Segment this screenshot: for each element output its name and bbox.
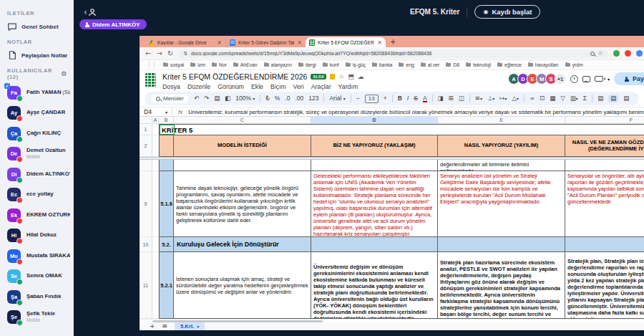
- increase-font-size-button[interactable]: +: [384, 95, 387, 102]
- table-views-icon[interactable]: ▥▾: [570, 95, 578, 102]
- menu-ekle[interactable]: Ekle: [251, 83, 263, 90]
- user-row[interactable]: ŞaŞaban Fındık: [7, 289, 70, 304]
- insert-link-icon[interactable]: ∞: [530, 95, 535, 102]
- decrease-decimal-button[interactable]: .0: [285, 95, 290, 102]
- text-wrap-icon[interactable]: ↦▾: [499, 95, 507, 102]
- version-history-icon[interactable]: [570, 75, 578, 83]
- text-color-button[interactable]: A: [423, 95, 427, 102]
- extension-icon-green[interactable]: [613, 50, 620, 57]
- cell-B11[interactable]: 5.2.1: [159, 252, 174, 319]
- all-sheets-icon[interactable]: ≡: [162, 323, 168, 330]
- filter-icon[interactable]: ▽: [560, 95, 565, 102]
- add-sheet-icon[interactable]: +: [150, 323, 155, 330]
- font-size-input[interactable]: 13: [365, 95, 379, 103]
- search-icon[interactable]: [590, 52, 595, 56]
- collapse-participants-icon[interactable]: ‹: [84, 6, 97, 18]
- cell-F9[interactable]: Senaryolar ve öngörüler, altı aylık Plan…: [565, 171, 644, 237]
- star-icon[interactable]: ☆: [338, 74, 344, 80]
- functions-button[interactable]: Σ: [583, 95, 587, 102]
- number-format-button[interactable]: 123: [308, 95, 318, 102]
- cell-D2[interactable]: BİZ NE YAPIYORUZ (YAKLAŞIM): [311, 135, 438, 157]
- cell-C10[interactable]: Kuruluşu Gelecek İçin Dönüştürür: [174, 237, 311, 252]
- horizontal-align-icon[interactable]: ≡▾: [475, 95, 482, 102]
- collaborator-avatar[interactable]: +1: [555, 73, 566, 85]
- scrollbar-thumb[interactable]: [152, 320, 323, 322]
- cell-B10[interactable]: 5.2.: [159, 237, 174, 252]
- row-header-1[interactable]: 1: [140, 124, 152, 135]
- menu-araçlar[interactable]: Araçlar: [311, 83, 331, 90]
- comments-icon[interactable]: [582, 76, 590, 82]
- user-row[interactable]: HiHilal Dokuz: [7, 229, 70, 243]
- decrease-font-size-button[interactable]: −: [356, 95, 360, 102]
- insert-comment-icon[interactable]: ⊡: [540, 95, 545, 102]
- cell-B2[interactable]: [159, 135, 174, 157]
- menu-dosya[interactable]: Dosya: [162, 83, 180, 90]
- row-header-10[interactable]: 10: [140, 237, 152, 252]
- tab-close-icon[interactable]: ×: [377, 39, 382, 46]
- menu-görünüm[interactable]: Görünüm: [218, 83, 244, 90]
- menu-biçim[interactable]: Biçim: [270, 83, 286, 90]
- cell-E8[interactable]: değerlendirmeler alt birimlere iletimini…: [438, 160, 565, 171]
- cell-A8[interactable]: [152, 160, 159, 171]
- user-row[interactable]: AyAyşe ÇANDAR: [7, 106, 70, 120]
- cell-B8[interactable]: [159, 160, 174, 171]
- cell-F8[interactable]: [565, 160, 644, 171]
- user-row[interactable]: EkEKREM ÖZTÜRK: [7, 208, 70, 222]
- selected-tool-icon[interactable]: ▤: [608, 95, 618, 103]
- user-row[interactable]: DeDemet ÖzaltunMobile: [7, 147, 70, 161]
- user-row[interactable]: MuMustafa SIRAKAYA: [7, 249, 70, 263]
- column-header-D[interactable]: D: [311, 117, 438, 123]
- site-settings-icon[interactable]: ⇅: [183, 51, 187, 57]
- back-icon[interactable]: ←: [145, 50, 151, 57]
- undo-icon[interactable]: ↶: [194, 95, 199, 102]
- menu-düzenle[interactable]: Düzenle: [187, 83, 210, 90]
- cell-B1-kriter[interactable]: KRİTER 5: [159, 124, 644, 135]
- move-folder-icon[interactable]: ⬒: [348, 74, 354, 80]
- name-box[interactable]: D4 ▾: [140, 107, 172, 116]
- share-button[interactable]: Paylaş: [614, 72, 644, 85]
- tab-close-icon[interactable]: ×: [297, 39, 302, 46]
- bookmark-item[interactable]: konf: [323, 62, 339, 67]
- user-row[interactable]: DiDidem ALTINKÖY: [7, 167, 70, 181]
- forward-icon[interactable]: →: [156, 50, 162, 57]
- zoom-select[interactable]: 100% ▾: [235, 95, 255, 102]
- bookmark-star-icon[interactable]: ☆: [598, 50, 603, 57]
- cell-C8[interactable]: [174, 160, 311, 171]
- font-select[interactable]: Arial ▾: [329, 95, 345, 102]
- cell-F2[interactable]: NASIL VE NE ZAMAN GÖZDEN GEÇİRİYORUZ (DE…: [565, 135, 644, 157]
- cell-D9[interactable]: Gelecekteki performansı etkileyebilecek …: [311, 171, 438, 237]
- extension-icon-red[interactable]: [625, 50, 631, 57]
- user-row[interactable]: Fa✓Fatih YAMAN (Siz): [7, 85, 70, 100]
- strikethrough-button[interactable]: S: [414, 95, 418, 102]
- bookmark-item[interactable]: al.ver: [421, 62, 440, 67]
- cell-D11[interactable]: Üniversitemiz değişim ve dönüşüm gereksi…: [311, 252, 438, 319]
- meet-camera-icon[interactable]: [595, 76, 603, 82]
- cell-D10[interactable]: [311, 237, 438, 252]
- reload-icon[interactable]: ↻: [167, 50, 173, 57]
- column-header-B[interactable]: B: [159, 117, 174, 123]
- address-bar[interactable]: ⇅ docs.google.com/spreadsheets/d/15mgUY3…: [178, 49, 608, 58]
- column-header-C[interactable]: C: [174, 117, 311, 123]
- user-row[interactable]: Ecece yoltay: [7, 188, 70, 202]
- browser-tab[interactable]: Kayıtlar - Google Drive×: [145, 38, 225, 47]
- sheet-tab[interactable]: 5.Krt. ▾: [175, 322, 205, 330]
- percent-format-button[interactable]: %: [275, 95, 280, 102]
- cell-E9[interactable]: Senaryo analizleri üst yönetim ve Strate…: [438, 171, 565, 237]
- paint-format-icon[interactable]: ◧: [225, 95, 230, 102]
- currency-format-button[interactable]: ₺: [265, 95, 269, 102]
- menu-veri[interactable]: Veri: [293, 83, 304, 90]
- vertical-align-icon[interactable]: ⊥▾: [487, 95, 494, 102]
- browser-tab[interactable]: Kriter 5 Görev Dağılım Tablosu×: [225, 38, 306, 47]
- cell-C11[interactable]: İstenen sonuçlara ulaşmak için amaç, str…: [174, 252, 311, 319]
- sidebar-item-general-chat[interactable]: Genel Sohbet: [7, 21, 70, 32]
- cloud-status-icon[interactable]: ☁: [358, 74, 364, 80]
- cell-A2[interactable]: [152, 135, 159, 157]
- text-rotate-icon[interactable]: △▾: [512, 95, 519, 102]
- bold-button[interactable]: B: [398, 95, 402, 102]
- cell-C9[interactable]: Tahmine dayalı teknolojiyi, geleceğe yön…: [174, 171, 311, 237]
- select-all-corner[interactable]: [140, 117, 152, 123]
- cell-E2[interactable]: NASIL YAPIYORUZ (YAYILIM): [438, 135, 565, 157]
- cell-E10[interactable]: [438, 237, 565, 252]
- user-row[interactable]: ÇaÇağrı KILINÇ: [7, 126, 70, 140]
- bookmark-item[interactable]: havayolları: [528, 62, 559, 67]
